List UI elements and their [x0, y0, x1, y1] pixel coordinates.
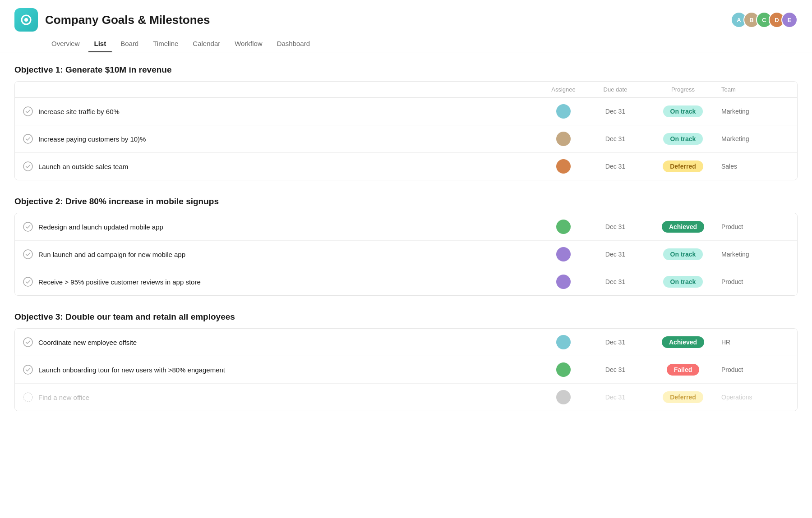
col-assignee-header: Assignee	[541, 86, 586, 93]
objective-1-title: Objective 1: Generate $10M in revenue	[14, 65, 798, 75]
objective-3-table: Coordinate new employee offsite Dec 31 A…	[14, 328, 798, 411]
objective-1-table: Assignee Due date Progress Team Increase…	[14, 81, 798, 180]
assignee-cell	[541, 159, 586, 174]
due-date-cell: Dec 31	[586, 366, 645, 373]
task-name: Launch an outside sales team	[38, 163, 128, 170]
due-date-cell: Dec 31	[586, 278, 645, 285]
team-cell: HR	[721, 339, 789, 346]
avatar-5: E	[781, 12, 798, 28]
tab-board[interactable]: Board	[114, 36, 145, 52]
task-cell: Find a new office	[23, 392, 541, 402]
assignee-cell	[541, 220, 586, 234]
tab-workflow[interactable]: Workflow	[228, 36, 268, 52]
task-cell: Run launch and ad campaign for new mobil…	[23, 249, 541, 259]
status-badge: Achieved	[662, 221, 704, 233]
status-badge: Deferred	[663, 160, 703, 172]
svg-point-9	[23, 365, 32, 374]
check-icon	[23, 249, 33, 259]
progress-cell: On track	[645, 276, 721, 288]
check-icon	[23, 222, 33, 232]
assignee-avatar	[556, 275, 571, 289]
objective-2-title: Objective 2: Drive 80% increase in mobil…	[14, 197, 798, 206]
task-name: Increase site traffic by 60%	[38, 108, 120, 115]
table-row[interactable]: Increase site traffic by 60% Dec 31 On t…	[15, 98, 797, 125]
task-cell: Launch an outside sales team	[23, 161, 541, 171]
table-row[interactable]: Coordinate new employee offsite Dec 31 A…	[15, 329, 797, 356]
assignee-cell	[541, 390, 586, 404]
objective-3-section: Objective 3: Double our team and retain …	[14, 312, 798, 411]
svg-point-10	[23, 393, 32, 402]
progress-cell: Achieved	[645, 336, 721, 348]
task-name: Find a new office	[38, 394, 89, 401]
task-name: Launch onboarding tour for new users wit…	[38, 366, 225, 374]
assignee-cell	[541, 362, 586, 377]
check-icon	[23, 365, 33, 375]
check-icon	[23, 392, 33, 402]
svg-point-6	[23, 250, 32, 259]
task-name: Receive > 95% positive customer reviews …	[38, 278, 201, 286]
table-row[interactable]: Launch an outside sales team Dec 31 Defe…	[15, 153, 797, 180]
assignee-avatar	[556, 104, 571, 119]
task-cell: Redesign and launch updated mobile app	[23, 222, 541, 232]
svg-point-4	[23, 162, 32, 171]
tab-dashboard[interactable]: Dashboard	[271, 36, 316, 52]
progress-cell: Deferred	[645, 160, 721, 172]
table-row[interactable]: Receive > 95% positive customer reviews …	[15, 268, 797, 295]
team-cell: Operations	[721, 394, 789, 401]
team-cell: Product	[721, 278, 789, 285]
task-cell: Increase paying customers by 10)%	[23, 134, 541, 144]
assignee-cell	[541, 335, 586, 349]
assignee-cell	[541, 104, 586, 119]
svg-point-3	[23, 134, 32, 143]
app-icon	[14, 8, 38, 32]
status-badge: Achieved	[662, 336, 704, 348]
table-row[interactable]: Run launch and ad campaign for new mobil…	[15, 241, 797, 268]
objective-1-section: Objective 1: Generate $10M in revenue As…	[14, 65, 798, 180]
collaborator-avatars: A B C D E	[731, 12, 798, 28]
nav-tabs: Overview List Board Timeline Calendar Wo…	[0, 32, 812, 52]
svg-point-2	[23, 107, 32, 116]
check-icon	[23, 134, 33, 144]
col-team-header: Team	[721, 86, 789, 93]
tab-list[interactable]: List	[88, 36, 113, 52]
assignee-avatar	[556, 132, 571, 146]
table-row[interactable]: Find a new office Dec 31 Deferred Operat…	[15, 384, 797, 411]
check-icon	[23, 277, 33, 287]
status-badge: On track	[663, 248, 703, 260]
tab-timeline[interactable]: Timeline	[147, 36, 185, 52]
tab-calendar[interactable]: Calendar	[186, 36, 226, 52]
assignee-avatar	[556, 362, 571, 377]
task-cell: Launch onboarding tour for new users wit…	[23, 365, 541, 375]
table-row[interactable]: Launch onboarding tour for new users wit…	[15, 356, 797, 384]
tab-overview[interactable]: Overview	[45, 36, 86, 52]
page-title: Company Goals & Milestones	[45, 13, 210, 27]
status-badge: Deferred	[663, 391, 703, 403]
assignee-avatar	[556, 335, 571, 349]
assignee-cell	[541, 247, 586, 261]
table-row[interactable]: Redesign and launch updated mobile app D…	[15, 213, 797, 241]
due-date-cell: Dec 31	[586, 108, 645, 115]
team-cell: Marketing	[721, 108, 789, 115]
progress-cell: Failed	[645, 364, 721, 376]
task-cell: Coordinate new employee offsite	[23, 337, 541, 347]
status-badge: On track	[663, 133, 703, 145]
table-row[interactable]: Increase paying customers by 10)% Dec 31…	[15, 125, 797, 153]
assignee-avatar	[556, 390, 571, 404]
objective-2-table: Redesign and launch updated mobile app D…	[14, 213, 798, 296]
main-content: Objective 1: Generate $10M in revenue As…	[0, 52, 812, 440]
task-name: Coordinate new employee offsite	[38, 339, 137, 346]
progress-cell: On track	[645, 133, 721, 145]
page-header: Company Goals & Milestones A B C D E	[0, 0, 812, 32]
team-cell: Product	[721, 366, 789, 373]
assignee-avatar	[556, 220, 571, 234]
task-name: Redesign and launch updated mobile app	[38, 223, 163, 231]
table-header: Assignee Due date Progress Team	[15, 82, 797, 98]
col-task-header	[23, 86, 541, 93]
objective-2-section: Objective 2: Drive 80% increase in mobil…	[14, 197, 798, 296]
due-date-cell: Dec 31	[586, 163, 645, 170]
assignee-cell	[541, 132, 586, 146]
progress-cell: Achieved	[645, 221, 721, 233]
check-icon	[23, 337, 33, 347]
team-cell: Product	[721, 223, 789, 230]
due-date-cell: Dec 31	[586, 135, 645, 142]
